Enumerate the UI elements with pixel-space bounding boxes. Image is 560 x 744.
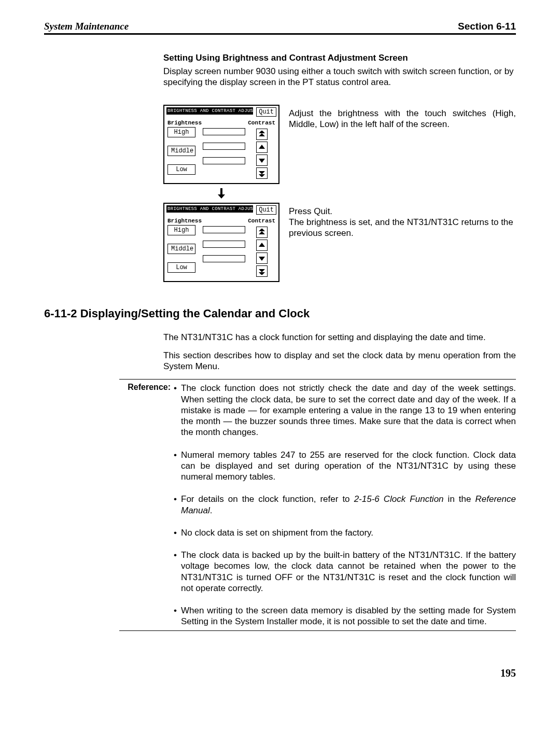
contrast-up-fast-icon-2[interactable] — [256, 227, 268, 238]
brightness-middle-button-2[interactable]: Middle — [167, 244, 195, 254]
contrast-up-fast-icon[interactable] — [256, 129, 268, 140]
reference-item-3: For details on the clock function, refer… — [174, 494, 516, 516]
adjustment-screen-1: BRIGHTNESS AND CONTRAST ADJUST Quit Brig… — [163, 105, 279, 184]
caption-result: The brightness is set, and the NT31/NT31… — [289, 217, 516, 239]
quit-button-2[interactable]: Quit — [256, 205, 276, 215]
section-title: Setting Using Brightness and Contrast Ad… — [163, 53, 516, 63]
contrast-down-fast-icon[interactable] — [256, 167, 268, 179]
page-number: 195 — [44, 667, 516, 679]
page-header: System Maintenance Section 6-11 — [44, 21, 516, 35]
screen-row-2: BRIGHTNESS AND CONTRAST ADJUST Quit Brig… — [163, 203, 516, 282]
contrast-up-icon-2[interactable] — [256, 240, 268, 251]
contrast-down-icon-2[interactable] — [256, 252, 268, 264]
contrast-up-icon[interactable] — [256, 142, 268, 153]
brightness-high-button[interactable]: High — [167, 127, 195, 137]
subsection-para-1: The NT31/NT31C has a clock function for … — [163, 332, 516, 343]
brightness-bar-middle-2 — [203, 241, 245, 248]
header-left-title: System Maintenance — [44, 21, 129, 32]
brightness-low-button[interactable]: Low — [167, 164, 195, 175]
contrast-label: Contrast — [248, 120, 275, 126]
brightness-bar-high-2 — [203, 226, 245, 233]
contrast-label-2: Contrast — [248, 218, 275, 224]
screen-caption-1: Adjust the brightness with the touch swi… — [289, 105, 516, 184]
screen-caption-2: Press Quit. The brightness is set, and t… — [289, 203, 516, 282]
caption-press-quit: Press Quit. — [289, 206, 516, 217]
transition-arrow-icon — [163, 188, 279, 201]
reference-block: Reference: The clock function does not s… — [119, 379, 516, 630]
screen-row-1: BRIGHTNESS AND CONTRAST ADJUST Quit Brig… — [163, 105, 516, 184]
brightness-label-2: Brightness — [167, 218, 202, 224]
screen-title-2: BRIGHTNESS AND CONTRAST ADJUST — [166, 205, 253, 213]
brightness-bar-middle — [203, 143, 245, 150]
reference-item-4: No clock data is set on shipment from th… — [174, 527, 516, 538]
reference-item-1: The clock function does not strictly che… — [174, 383, 516, 438]
brightness-bar-high — [203, 128, 245, 135]
contrast-down-icon[interactable] — [256, 155, 268, 166]
adjustment-screen-2: BRIGHTNESS AND CONTRAST ADJUST Quit Brig… — [163, 203, 279, 282]
quit-button[interactable]: Quit — [256, 107, 276, 117]
reference-item-6: When writing to the screen data memory i… — [174, 605, 516, 627]
brightness-bar-low-2 — [203, 255, 245, 262]
contrast-down-fast-icon-2[interactable] — [256, 265, 268, 277]
brightness-high-button-2[interactable]: High — [167, 225, 195, 235]
brightness-bar-low — [203, 157, 245, 164]
screen-title: BRIGHTNESS AND CONTRAST ADJUST — [166, 107, 253, 115]
reference-item-5: The clock data is backed up by the built… — [174, 550, 516, 594]
reference-list: The clock function does not strictly che… — [174, 383, 516, 627]
brightness-label: Brightness — [167, 120, 202, 126]
header-section-number: Section 6-11 — [458, 21, 516, 32]
reference-item-2: Numeral memory tables 247 to 255 are res… — [174, 450, 516, 483]
reference-label: Reference: — [119, 383, 174, 627]
subsection-heading: 6-11-2 Displaying/Setting the Calendar a… — [44, 307, 516, 320]
brightness-middle-button[interactable]: Middle — [167, 146, 195, 156]
section-intro: Display screen number 9030 using either … — [163, 66, 516, 88]
brightness-low-button-2[interactable]: Low — [167, 262, 195, 273]
subsection-para-2: This section describes how to display an… — [163, 350, 516, 372]
